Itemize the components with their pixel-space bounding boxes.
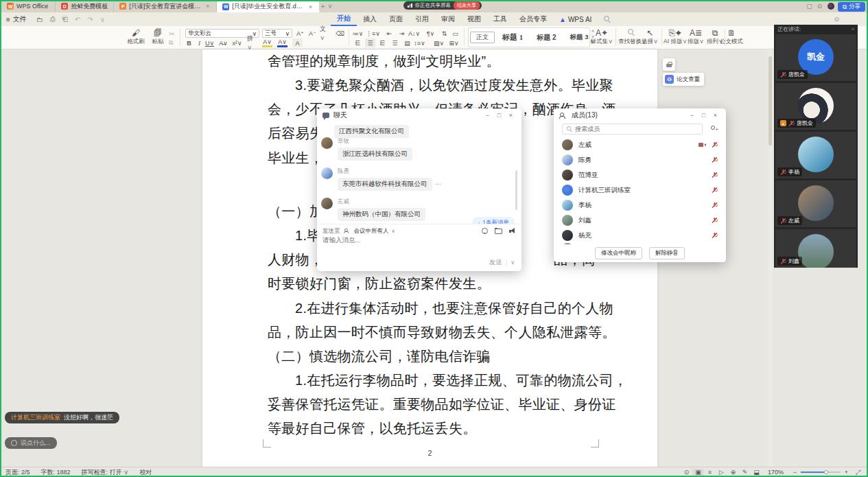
sort-icon[interactable]: ⇅: [439, 29, 449, 38]
web-view-icon[interactable]: ⊕: [727, 469, 739, 476]
tab-member[interactable]: 会员专享: [513, 12, 553, 26]
mic-muted-icon[interactable]: [712, 157, 717, 163]
increase-font-icon[interactable]: A⁺: [295, 29, 305, 38]
paper-check-button[interactable]: G 论文查重: [663, 73, 704, 86]
page-view-icon[interactable]: ▣: [692, 469, 704, 476]
page-setup-icon[interactable]: ▭: [450, 29, 460, 38]
numbered-list-icon[interactable]: ⋮≡∨: [368, 29, 378, 38]
phonetic-icon[interactable]: 拼∨: [247, 38, 257, 47]
mic-muted-icon[interactable]: [712, 172, 717, 178]
save-icon[interactable]: 🗀: [33, 16, 47, 23]
maximize-icon[interactable]: □: [699, 112, 709, 119]
eye-protect-icon[interactable]: ⊙: [681, 469, 692, 476]
tab-list-caret-icon[interactable]: ∨: [327, 3, 334, 10]
mic-muted-icon[interactable]: [712, 187, 717, 193]
file-icon[interactable]: [495, 229, 502, 234]
send-options-caret-icon[interactable]: ∨: [511, 259, 515, 266]
align-left-icon[interactable]: ⋿: [353, 38, 363, 47]
zoom-in-icon[interactable]: +: [841, 469, 852, 476]
video-tile[interactable]: 凯金 唐凯金: [775, 34, 856, 81]
doc-scrollbar[interactable]: [768, 49, 773, 467]
new-tab-button[interactable]: +: [319, 2, 326, 10]
font-size-select[interactable]: 三号∨: [262, 29, 292, 38]
chat-scrollbar[interactable]: [515, 170, 517, 210]
highlight-color-icon[interactable]: A∨: [262, 38, 272, 47]
outline-view-icon[interactable]: ≡: [704, 469, 716, 476]
style-heading3[interactable]: 标题 3: [564, 32, 590, 43]
zoom-slider-knob[interactable]: [824, 470, 828, 474]
clear-format-icon[interactable]: ⌫: [335, 29, 345, 38]
mic-muted-icon[interactable]: [712, 202, 717, 208]
message-more-icon[interactable]: ⋯: [435, 181, 441, 187]
minimize-icon[interactable]: −: [482, 112, 493, 119]
style-normal[interactable]: 正文: [470, 32, 495, 43]
tab-insert[interactable]: 插入: [357, 12, 383, 26]
send-button[interactable]: 发送|∨: [489, 258, 515, 267]
export-icon[interactable]: ⎗: [59, 15, 71, 23]
italic-icon[interactable]: I: [194, 38, 204, 47]
maximize-icon[interactable]: □: [494, 112, 504, 119]
member-row[interactable]: 陈勇: [554, 152, 726, 167]
zoom-level[interactable]: 170%: [762, 469, 789, 476]
copy-icon[interactable]: ⧉: [169, 39, 173, 47]
announce-icon[interactable]: [509, 228, 516, 234]
justify-icon[interactable]: ☰: [390, 38, 400, 47]
close-tab-icon[interactable]: ×: [307, 3, 314, 10]
print-icon[interactable]: ⎙: [47, 15, 59, 23]
align-right-icon[interactable]: ⋿: [377, 38, 388, 47]
ribbon-search[interactable]: [598, 12, 617, 26]
bold-icon[interactable]: B: [184, 38, 194, 47]
tab-view[interactable]: 视图: [461, 12, 487, 26]
bullet-list-icon[interactable]: ≔∨: [353, 29, 363, 38]
history-caret-icon[interactable]: ∨: [97, 16, 108, 23]
superscript-icon[interactable]: x²∨: [232, 38, 242, 47]
member-row[interactable]: 左威: [554, 137, 726, 152]
tab-tools[interactable]: 工具: [487, 12, 513, 26]
format-painter-button[interactable]: 🖌 格式刷: [126, 28, 146, 45]
border-icon[interactable]: ⊞∨: [449, 38, 459, 47]
font-color-icon[interactable]: A∨: [277, 38, 288, 47]
align-center-icon[interactable]: ☰: [365, 38, 375, 47]
mic-muted-icon[interactable]: [712, 233, 717, 238]
official-doc-mode-button[interactable]: 🗎 公文模式: [718, 28, 745, 45]
text-effects-icon[interactable]: 文∨: [320, 29, 330, 38]
style-heading2[interactable]: 标题 2: [530, 32, 562, 44]
account-avatar[interactable]: [828, 3, 834, 10]
chat-message-list[interactable]: 江西抖聚文化有限公司 菲牧 浙江匠选科技有限公司 陈勇 东莞市科越软件科技有限公…: [317, 122, 521, 224]
sidebar-collapse-icon[interactable]: «: [852, 27, 854, 32]
line-spacing-icon[interactable]: ↕≡∨: [414, 38, 425, 47]
audience-select[interactable]: 会议中所有人: [354, 227, 389, 235]
undo-icon[interactable]: ↶: [71, 16, 84, 23]
emoji-icon[interactable]: [482, 228, 488, 234]
close-icon[interactable]: ×: [710, 112, 720, 119]
close-icon[interactable]: ×: [506, 112, 516, 119]
edit-mode-icon[interactable]: ✎: [739, 469, 751, 476]
play-view-icon[interactable]: ▷: [716, 469, 727, 476]
camera-muted-icon[interactable]: [699, 142, 706, 148]
style-set-button[interactable]: A✦ 样式集∨: [590, 28, 613, 45]
rename-button[interactable]: 修改会中昵称: [595, 247, 642, 259]
tab-pptx[interactable]: P [只读]安全教育宣讲会模板.pptx ×: [113, 0, 216, 12]
layout-button[interactable]: A≣ 排版∨: [686, 28, 705, 45]
paste-button[interactable]: 🗐 粘贴: [148, 28, 168, 45]
video-tile[interactable]: 左威: [775, 181, 856, 227]
indent-icon[interactable]: ⇥: [397, 29, 407, 38]
members-titlebar[interactable]: 成员(13) − □ ×: [554, 108, 726, 122]
shading-icon[interactable]: ▨∨: [434, 38, 444, 47]
close-tab-icon[interactable]: ×: [204, 3, 211, 10]
zoom-out-icon[interactable]: −: [789, 469, 801, 476]
redo-icon[interactable]: ↷: [84, 16, 96, 23]
fit-page-icon[interactable]: ⬓: [751, 469, 762, 476]
unmute-button[interactable]: 解除静音: [649, 247, 685, 259]
add-member-icon[interactable]: [709, 126, 718, 132]
skin-icon[interactable]: ⊙: [814, 3, 825, 10]
new-message-pill[interactable]: ↓1条新消息: [472, 217, 515, 224]
tab-wps-ai[interactable]: ▲WPS AI: [553, 12, 598, 26]
video-tile[interactable]: ▴唐凯金: [775, 83, 856, 130]
doc-lock-button[interactable]: [663, 58, 675, 71]
tab-docx-active[interactable]: W [只读]毕业生安全教育.docx ×: [216, 1, 319, 12]
minimize-icon[interactable]: −: [687, 112, 697, 119]
para-mark-icon[interactable]: ¶∨: [425, 29, 436, 38]
tab-review[interactable]: 审阅: [435, 12, 461, 26]
member-row[interactable]: 范博亚: [554, 167, 726, 183]
